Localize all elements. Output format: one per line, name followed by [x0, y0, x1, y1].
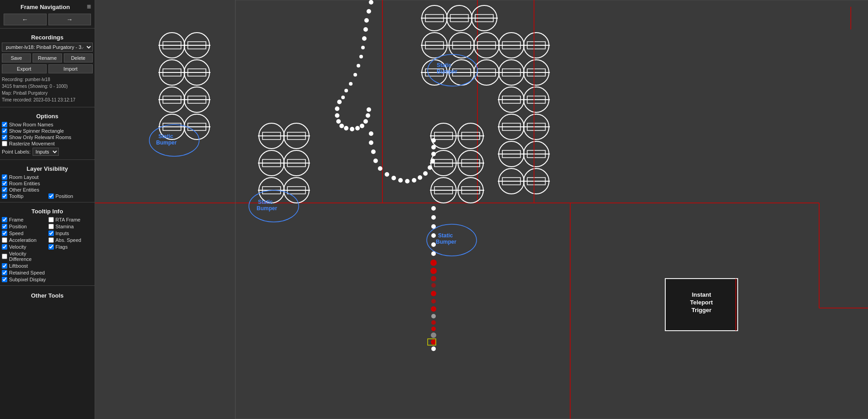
tooltip-abs-speed: Abs. Speed [48, 237, 93, 243]
frame-nav-header: Frame Navigation ≡ [2, 2, 93, 12]
tooltip-acceleration-checkbox[interactable] [2, 237, 7, 243]
tooltip-frame-checkbox[interactable] [2, 217, 7, 222]
layer-room-layout-checkbox[interactable] [2, 174, 7, 180]
nav-buttons: ← → [2, 12, 93, 25]
tooltip-liftboost-checkbox[interactable] [2, 263, 7, 269]
svg-point-160 [335, 113, 339, 118]
forward-button[interactable]: → [48, 14, 91, 25]
export-button[interactable]: Export [2, 64, 47, 73]
svg-point-153 [357, 64, 360, 67]
tooltip-grid: Frame RTA Frame Position Stamina Speed I… [2, 217, 93, 283]
recording-info: Recording: pumber-lv18 3415 frames (Show… [2, 75, 93, 104]
svg-point-164 [350, 127, 354, 131]
tooltip-subpixel-label: Subpixel Display [9, 277, 46, 282]
svg-point-177 [398, 178, 403, 183]
recordings-dropdown[interactable]: pumber-lv18: Pinball Purgatory - 3.4Kf [2, 43, 93, 52]
tooltip-frame: Frame [2, 217, 47, 223]
tooltip-retained-speed-checkbox[interactable] [2, 270, 7, 275]
tooltip-retained-speed: Retained Speed [2, 270, 47, 276]
svg-point-157 [341, 96, 345, 99]
import-button[interactable]: Import [48, 64, 93, 73]
option-show-room-names: Show Room Names [2, 121, 93, 128]
recording-map: Map: Pinball Purgatory [2, 90, 93, 96]
svg-point-171 [369, 140, 373, 145]
frame-nav-title: Frame Navigation [4, 4, 87, 10]
tooltip-inputs-checkbox[interactable] [48, 231, 54, 236]
layer-room-layout: Room Layout [2, 174, 93, 180]
back-button[interactable]: ← [4, 14, 47, 25]
svg-text:Bumper: Bumper [257, 205, 277, 212]
layer-other-entities-checkbox[interactable] [2, 187, 7, 193]
options-section: Options Show Room Names Show Spinner Rec… [0, 107, 95, 160]
svg-point-205 [431, 347, 436, 351]
svg-point-155 [349, 82, 353, 86]
tooltip-stamina-checkbox[interactable] [48, 224, 54, 229]
sidebar: Frame Navigation ≡ ← → Recordings pumber… [0, 0, 95, 419]
svg-text:Trigger: Trigger [692, 307, 711, 313]
svg-text:Bumper: Bumper [436, 239, 457, 245]
point-labels-label: Point Labels: [2, 149, 31, 154]
svg-point-184 [431, 152, 436, 156]
svg-point-162 [339, 124, 344, 128]
option-rasterize: Rasterize Movement [2, 140, 93, 147]
option-rasterize-checkbox[interactable] [2, 141, 7, 146]
svg-point-152 [359, 55, 363, 58]
svg-point-167 [363, 119, 368, 124]
delete-button[interactable]: Delete [64, 53, 93, 63]
svg-point-172 [371, 149, 376, 154]
tooltip-velocity-checkbox[interactable] [2, 244, 7, 250]
rename-button[interactable]: Rename [33, 53, 62, 63]
layer-tooltip-checkbox[interactable] [2, 193, 7, 199]
layer-room-entities-label: Room Entities [9, 181, 40, 186]
svg-point-175 [385, 172, 389, 177]
tooltip-velocity-difference: Velocity Difference [2, 250, 47, 262]
svg-point-148 [364, 18, 369, 23]
layer-room-entities: Room Entities [2, 180, 93, 187]
svg-point-166 [360, 124, 364, 128]
svg-point-159 [335, 106, 339, 111]
tooltip-abs-speed-checkbox[interactable] [48, 237, 54, 243]
svg-point-165 [355, 126, 360, 130]
layer-room-layout-label: Room Layout [9, 174, 38, 180]
svg-point-188 [431, 215, 436, 220]
svg-point-169 [367, 107, 371, 112]
tooltip-subpixel-checkbox[interactable] [2, 277, 7, 282]
point-labels-row: Point Labels: Inputs None Speed Frame [2, 147, 93, 157]
svg-text:Bumper: Bumper [156, 140, 177, 146]
recordings-btn-row-1: Save Rename Delete [2, 53, 93, 63]
tooltip-flags: Flags [48, 244, 93, 250]
tooltip-rta-frame-checkbox[interactable] [48, 217, 54, 222]
svg-point-146 [369, 0, 373, 5]
option-show-spinner-checkbox[interactable] [2, 128, 7, 134]
svg-point-154 [353, 73, 357, 77]
layer-tooltip: Tooltip [2, 193, 47, 199]
option-show-spinner-label: Show Spinner Rectangle [9, 128, 64, 134]
svg-point-163 [344, 126, 348, 130]
svg-point-200 [431, 314, 436, 318]
save-button[interactable]: Save [2, 53, 31, 63]
tooltip-position-checkbox[interactable] [2, 224, 7, 229]
svg-point-182 [428, 165, 432, 170]
svg-point-193 [430, 260, 437, 266]
tooltip-velocity-difference-checkbox[interactable] [2, 254, 7, 259]
recordings-section: Recordings pumber-lv18: Pinball Purgator… [0, 29, 95, 107]
option-show-relevant-checkbox[interactable] [2, 135, 7, 140]
point-labels-select[interactable]: Inputs None Speed Frame [33, 148, 59, 156]
svg-point-173 [373, 159, 378, 163]
main-game-area[interactable]: Static Bumper [95, 0, 868, 419]
tooltip-speed: Speed [2, 230, 47, 236]
option-show-room-names-checkbox[interactable] [2, 122, 7, 127]
tooltip-flags-checkbox[interactable] [48, 244, 54, 250]
tooltip-velocity: Velocity [2, 244, 47, 250]
svg-point-197 [431, 291, 436, 296]
svg-point-147 [367, 9, 371, 14]
layer-position-checkbox[interactable] [48, 193, 54, 199]
svg-text:Instant: Instant [692, 291, 711, 298]
menu-icon[interactable]: ≡ [87, 3, 91, 11]
svg-text:Teleport: Teleport [690, 299, 713, 306]
tooltip-info-section: Tooltip Info Frame RTA Frame Position St… [0, 202, 95, 286]
tooltip-speed-checkbox[interactable] [2, 231, 7, 236]
svg-point-189 [431, 224, 436, 229]
game-canvas: Static Bumper [95, 0, 868, 419]
layer-room-entities-checkbox[interactable] [2, 181, 7, 186]
